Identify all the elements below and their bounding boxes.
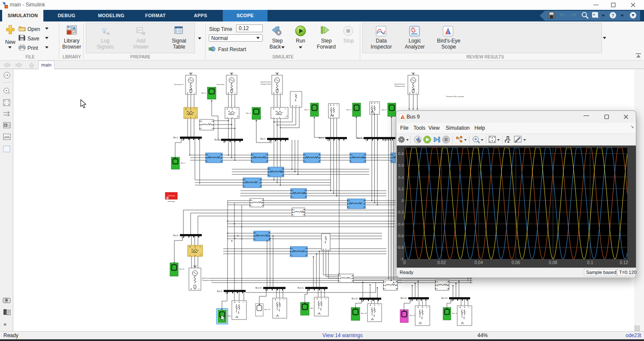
svg-text:Compensator: Compensator: [202, 279, 213, 281]
svg-text:Bus 4: Bus 4: [319, 137, 324, 139]
svg-text:A: A: [371, 102, 372, 104]
svg-text:Bus 13: Bus 13: [401, 297, 407, 299]
svg-text:b: b: [318, 157, 319, 159]
svg-text:b: b: [351, 278, 352, 280]
svg-text:B: B: [374, 304, 375, 306]
svg-text:Fourteen Bus system: Fourteen Bus system: [446, 95, 464, 97]
svg-text:Compensator: Compensator: [394, 85, 405, 87]
svg-text:C: C: [194, 92, 195, 94]
svg-text:Bus 5: Bus 5: [346, 109, 351, 111]
svg-text:a: a: [282, 168, 283, 170]
svg-text:a: a: [363, 200, 364, 202]
svg-text:-0.6: -0.6: [397, 234, 404, 238]
svg-text:B: B: [374, 102, 375, 104]
svg-text:Bus 13: Bus 13: [410, 314, 416, 317]
svg-text:c: c: [364, 161, 365, 162]
svg-text:Bus 9: Bus 9: [217, 290, 222, 292]
svg-text:C: C: [377, 102, 378, 104]
svg-text:Bus 8: Bus 8: [179, 268, 184, 270]
svg-text:c: c: [266, 161, 267, 162]
svg-text:A: A: [273, 108, 274, 110]
svg-text:»: »: [3, 321, 6, 327]
svg-text:B: B: [325, 248, 327, 250]
svg-text:B: B: [194, 246, 196, 248]
svg-text:0.8: 0.8: [398, 152, 404, 156]
svg-text:0: 0: [401, 198, 404, 203]
svg-text:◎: ◎: [200, 253, 203, 255]
svg-text:C: C: [337, 104, 338, 106]
svg-text:Generator 1: Generator 1: [174, 83, 184, 85]
svg-text:A: A: [228, 92, 229, 94]
svg-text:◎: ◎: [195, 115, 197, 117]
svg-text:Bus 11: Bus 11: [298, 287, 304, 289]
svg-text:a: a: [318, 154, 319, 156]
svg-text:-0.4: -0.4: [397, 222, 404, 226]
svg-text:b: b: [363, 203, 364, 205]
svg-text:A: A: [330, 104, 331, 106]
svg-text:B: B: [194, 288, 196, 290]
svg-text:Bus 1: Bus 1: [173, 137, 178, 139]
svg-text:A: A: [191, 288, 192, 290]
svg-text:c: c: [303, 214, 304, 216]
svg-text:-0.2: -0.2: [397, 210, 404, 214]
svg-text:a: a: [304, 190, 305, 192]
svg-text:b: b: [261, 202, 262, 204]
svg-text:C: C: [243, 301, 244, 303]
svg-text:b: b: [447, 285, 448, 286]
svg-text:powergui: powergui: [168, 200, 175, 202]
svg-text:A: A: [275, 298, 276, 301]
svg-text:?: ?: [611, 13, 614, 18]
svg-text:Bus 4: Bus 4: [304, 109, 309, 111]
svg-text:A: A: [316, 298, 318, 300]
svg-text:Bus 10: Bus 10: [264, 308, 270, 311]
svg-text:b: b: [303, 212, 304, 213]
svg-text:Bus 2: Bus 2: [201, 92, 206, 94]
svg-text:C: C: [236, 108, 237, 110]
svg-text:C: C: [234, 92, 236, 94]
svg-text:C: C: [325, 298, 326, 300]
svg-text:Bus 6: Bus 6: [382, 109, 386, 111]
svg-text:B: B: [464, 306, 465, 308]
svg-text:c: c: [351, 280, 352, 282]
svg-text:c: c: [259, 186, 260, 187]
svg-text:b: b: [212, 124, 213, 126]
svg-text:b: b: [304, 193, 305, 195]
svg-text:a: a: [220, 154, 221, 156]
svg-text:b: b: [364, 157, 365, 159]
svg-text:a: a: [259, 179, 260, 181]
svg-text:◎: ◎: [286, 115, 288, 117]
svg-text:0.02: 0.02: [437, 260, 446, 265]
svg-text:b: b: [395, 285, 396, 286]
svg-text:0.6: 0.6: [398, 163, 404, 167]
svg-text:b: b: [259, 182, 260, 184]
svg-text:C: C: [280, 92, 281, 94]
svg-text:c: c: [261, 205, 262, 207]
svg-text:0.12: 0.12: [620, 260, 629, 265]
svg-text:C: C: [194, 108, 196, 110]
svg-text:Bus 3: Bus 3: [260, 138, 265, 140]
svg-text:B: B: [231, 92, 232, 94]
svg-text:c: c: [282, 175, 283, 177]
svg-text:a: a: [303, 209, 304, 211]
svg-text:C: C: [378, 304, 380, 306]
svg-text:B: B: [333, 104, 334, 106]
svg-text:C: C: [283, 298, 285, 301]
svg-text:A: A: [5, 124, 6, 127]
svg-text:0.04: 0.04: [474, 260, 483, 265]
svg-text:A: A: [370, 304, 371, 306]
svg-text:A: A: [189, 246, 191, 248]
svg-text:B: B: [190, 108, 191, 110]
svg-text:B: B: [231, 108, 233, 110]
svg-text:C: C: [198, 288, 200, 290]
svg-text:B: B: [413, 92, 414, 94]
svg-text:a: a: [268, 232, 269, 234]
svg-text:A: A: [187, 92, 188, 94]
svg-text:c: c: [395, 288, 396, 290]
svg-text:b: b: [268, 235, 269, 237]
svg-text:B: B: [279, 108, 280, 110]
svg-text:a: a: [447, 281, 448, 283]
svg-text:C: C: [416, 92, 417, 94]
svg-text:C: C: [468, 306, 470, 308]
svg-text:a: a: [212, 121, 213, 122]
svg-text:Bus 12: Bus 12: [352, 298, 358, 300]
